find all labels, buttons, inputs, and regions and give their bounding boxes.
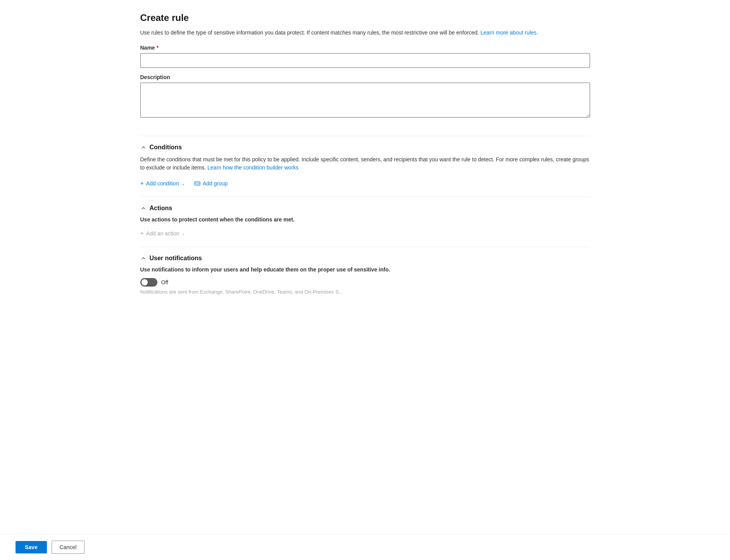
description-input[interactable] — [140, 83, 590, 118]
actions-title: Actions — [150, 205, 173, 212]
conditions-chevron-icon — [140, 144, 147, 150]
notifications-chevron-icon — [140, 255, 147, 261]
add-condition-label: Add condition — [146, 180, 179, 187]
cancel-button[interactable]: Cancel — [52, 541, 85, 554]
add-action-plus-icon: + — [140, 230, 144, 237]
user-notifications-title: User notifications — [150, 255, 202, 262]
learn-more-link[interactable]: Learn more about rules. — [480, 29, 538, 36]
add-action-chevron-icon: ⌄ — [181, 231, 185, 236]
add-condition-button[interactable]: + Add condition ⌄ — [140, 178, 185, 189]
name-input[interactable] — [140, 53, 590, 68]
notifications-toggle[interactable] — [140, 278, 157, 287]
add-action-button[interactable]: + Add an action ⌄ — [140, 228, 185, 239]
notifications-toggle-wrapper: Off — [140, 278, 590, 287]
divider-notifications — [140, 247, 590, 247]
notifications-toggle-label: Off — [161, 279, 168, 285]
conditions-title: Conditions — [150, 144, 182, 151]
required-indicator: * — [157, 45, 159, 51]
condition-builder-link[interactable]: Learn how the condition builder works — [207, 164, 299, 171]
actions-row: + Add an action ⌄ — [140, 228, 590, 239]
add-group-icon — [194, 180, 200, 187]
description-label: Description — [140, 74, 590, 80]
save-button[interactable]: Save — [16, 541, 47, 553]
page-title: Create rule — [140, 12, 590, 23]
notifications-toggle-slider — [140, 278, 157, 287]
conditions-actions-row: + Add condition ⌄ Add group — [140, 178, 590, 189]
actions-section-header: Actions — [140, 205, 590, 212]
add-condition-plus-icon: + — [140, 180, 144, 187]
add-action-label: Add an action — [146, 230, 179, 237]
actions-description: Use actions to protect content when the … — [140, 216, 590, 223]
conditions-description: Define the conditions that must be met f… — [140, 156, 590, 172]
page-description: Use rules to define the type of sensitiv… — [140, 29, 590, 37]
user-notifications-description: Use notifications to inform your users a… — [140, 266, 590, 273]
conditions-section-header: Conditions — [140, 144, 590, 151]
add-group-button[interactable]: Add group — [194, 178, 228, 189]
add-group-label: Add group — [203, 180, 228, 187]
user-notifications-section-header: User notifications — [140, 255, 590, 262]
divider-actions — [140, 197, 590, 197]
notifications-truncated-text: Notifications are sent from Exchange, Sh… — [140, 289, 590, 295]
svg-rect-1 — [195, 183, 199, 184]
actions-chevron-icon — [140, 205, 147, 211]
add-condition-chevron-icon: ⌄ — [181, 181, 185, 186]
name-label: Name * — [140, 45, 590, 51]
divider-conditions — [140, 136, 590, 136]
footer-bar: Save Cancel — [0, 534, 730, 560]
